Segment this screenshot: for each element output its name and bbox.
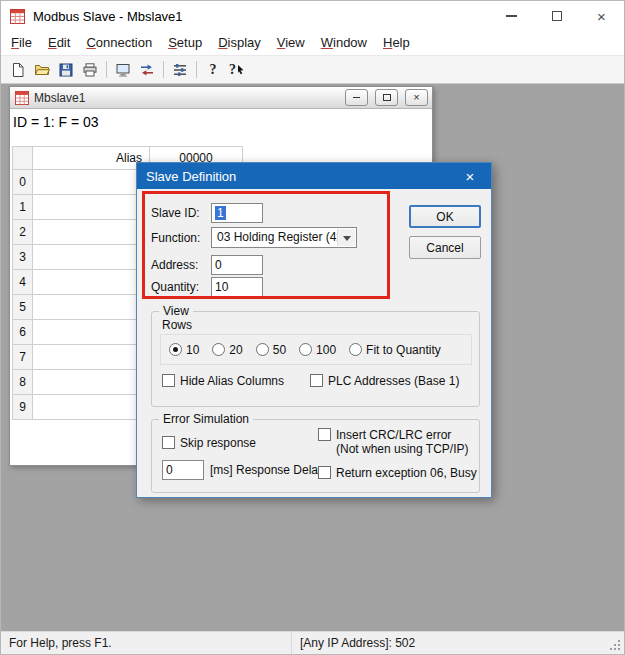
slave-id-input[interactable]: 1 — [211, 203, 263, 223]
skip-response-checkbox[interactable]: Skip response — [162, 436, 256, 450]
alias-column-header[interactable]: Alias — [33, 146, 150, 170]
rows-option-label: 50 — [273, 343, 286, 357]
row-number[interactable]: 6 — [12, 320, 33, 345]
menu-connection[interactable]: Connection — [78, 32, 160, 54]
row-number[interactable]: 2 — [12, 220, 33, 245]
slave-definition-dialog: Slave Definition × Slave ID: 1 Function:… — [136, 162, 492, 498]
alias-cell[interactable] — [33, 345, 150, 370]
document-maximize-button[interactable] — [375, 89, 398, 106]
quantity-input[interactable]: 10 — [211, 277, 263, 297]
new-document-icon — [10, 62, 26, 78]
dialog-title: Slave Definition — [137, 169, 449, 184]
response-delay-label: [ms] Response Delay — [210, 463, 324, 477]
row-number[interactable]: 3 — [12, 245, 33, 270]
open-folder-icon — [34, 62, 50, 78]
alias-cell[interactable] — [33, 270, 150, 295]
alias-cell[interactable] — [33, 295, 150, 320]
address-value: 0 — [215, 258, 222, 272]
help-icon: ? — [210, 62, 217, 78]
row-number[interactable]: 5 — [12, 295, 33, 320]
slave-id-label: Slave ID: — [151, 206, 200, 220]
minimize-button[interactable] — [489, 1, 534, 31]
menu-window[interactable]: Window — [313, 32, 375, 54]
menu-edit[interactable]: Edit — [40, 32, 78, 54]
rows-option-10[interactable]: 10 — [169, 343, 199, 357]
close-button[interactable]: × — [579, 1, 624, 31]
plc-addresses-checkbox[interactable]: PLC Addresses (Base 1) — [310, 374, 459, 388]
alias-cell[interactable] — [33, 320, 150, 345]
rows-option-50[interactable]: 50 — [256, 343, 286, 357]
address-input[interactable]: 0 — [211, 255, 263, 275]
document-minimize-button[interactable] — [345, 89, 368, 106]
toolbar-display-button[interactable] — [111, 58, 135, 81]
function-dropdown[interactable]: 03 Holding Register (4x) — [211, 227, 357, 248]
cancel-button[interactable]: Cancel — [409, 236, 481, 259]
rows-option-100[interactable]: 100 — [299, 343, 336, 357]
crc-error-checkbox[interactable]: Insert CRC/LRC error (Not when using TCP… — [318, 428, 469, 456]
toolbar-help-button[interactable]: ? — [201, 58, 225, 81]
menu-display[interactable]: Display — [210, 32, 269, 54]
view-group-title: View — [159, 304, 193, 318]
return-exception-label: Return exception 06, Busy — [336, 466, 477, 480]
row-number[interactable]: 9 — [12, 395, 33, 420]
communication-icon — [139, 62, 155, 78]
alias-cell[interactable] — [33, 220, 150, 245]
toolbar-open-button[interactable] — [30, 58, 54, 81]
hide-alias-checkbox[interactable]: Hide Alias Columns — [162, 374, 284, 388]
chevron-down-icon[interactable] — [337, 229, 355, 246]
display-icon — [115, 62, 131, 78]
menu-bar: File Edit Connection Setup Display View … — [1, 31, 624, 55]
error-group-title: Error Simulation — [159, 412, 253, 426]
alias-cell[interactable] — [33, 245, 150, 270]
dialog-body: Slave ID: 1 Function: 03 Holding Registe… — [137, 189, 491, 497]
rows-option-fit[interactable]: Fit to Quantity — [349, 343, 441, 357]
resize-grip[interactable] — [618, 648, 620, 650]
toolbar-communication-button[interactable] — [135, 58, 159, 81]
minimize-icon — [506, 15, 517, 17]
toolbar-context-help-button[interactable]: ? — [225, 58, 249, 81]
dialog-close-button[interactable]: × — [449, 163, 491, 189]
status-bar: For Help, press F1. [Any IP Address]: 50… — [1, 631, 624, 654]
toolbar-separator — [163, 61, 164, 78]
response-delay-value: 0 — [166, 463, 173, 477]
row-number[interactable]: 4 — [12, 270, 33, 295]
toolbar-save-button[interactable] — [54, 58, 78, 81]
toolbar-new-button[interactable] — [6, 58, 30, 81]
window-title: Modbus Slave - Mbslave1 — [33, 9, 489, 24]
rows-option-label: 20 — [229, 343, 242, 357]
row-number[interactable]: 7 — [12, 345, 33, 370]
rows-option-label: Fit to Quantity — [366, 343, 441, 357]
menu-file[interactable]: File — [3, 32, 40, 54]
alias-cell[interactable] — [33, 170, 150, 195]
alias-cell[interactable] — [33, 395, 150, 420]
radio-checked-icon — [169, 343, 182, 356]
hide-alias-label: Hide Alias Columns — [180, 374, 284, 388]
ok-button[interactable]: OK — [409, 205, 481, 228]
toolbar-print-button[interactable] — [78, 58, 102, 81]
row-number[interactable]: 1 — [12, 195, 33, 220]
checkbox-icon — [310, 374, 323, 387]
maximize-icon — [552, 11, 562, 21]
row-number[interactable]: 0 — [12, 170, 33, 195]
document-icon — [15, 91, 29, 105]
document-title-bar[interactable]: Mbslave1 × — [10, 87, 432, 109]
rows-option-20[interactable]: 20 — [212, 343, 242, 357]
close-icon: × — [466, 168, 475, 185]
row-number[interactable]: 8 — [12, 370, 33, 395]
alias-cell[interactable] — [33, 195, 150, 220]
menu-help[interactable]: Help — [375, 32, 418, 54]
app-icon — [10, 9, 25, 24]
checkbox-icon — [318, 428, 331, 441]
corner-header-cell — [12, 146, 33, 170]
return-exception-checkbox[interactable]: Return exception 06, Busy — [318, 466, 477, 480]
dialog-title-bar[interactable]: Slave Definition × — [137, 163, 491, 189]
maximize-button[interactable] — [534, 1, 579, 31]
document-close-button[interactable]: × — [405, 89, 428, 106]
response-delay-input[interactable]: 0 — [162, 460, 204, 480]
alias-cell[interactable] — [33, 370, 150, 395]
menu-view[interactable]: View — [269, 32, 313, 54]
save-icon — [58, 62, 74, 78]
toolbar-setup-button[interactable] — [168, 58, 192, 81]
menu-setup[interactable]: Setup — [160, 32, 210, 54]
context-help-icon: ? — [229, 62, 236, 78]
